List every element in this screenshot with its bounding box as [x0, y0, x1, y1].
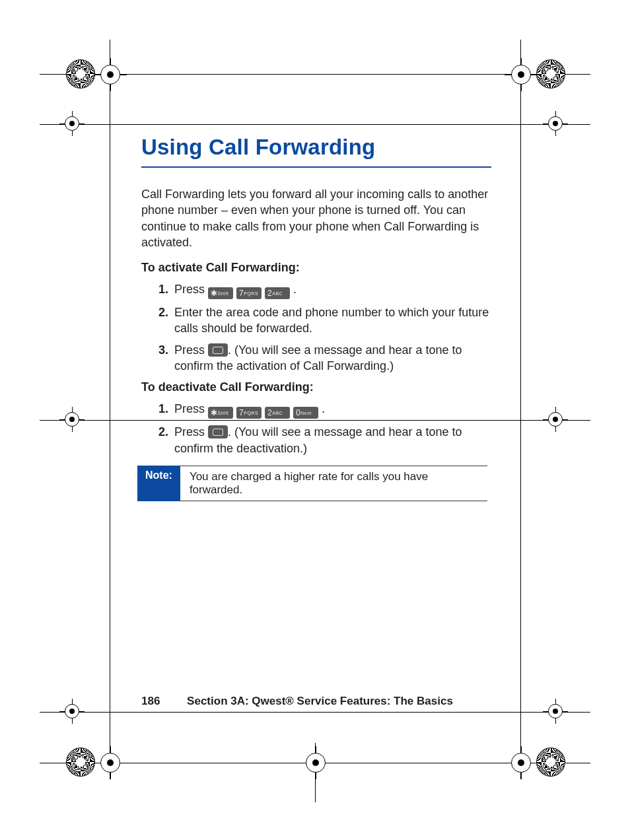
- page-footer: 186 Section 3A: Qwest® Service Features:…: [141, 695, 453, 708]
- activate-step-1: Press ✱Shift 7PQRS 2ABC .: [172, 281, 491, 299]
- section-label: Section 3A: Qwest® Service Features: The…: [187, 695, 453, 707]
- title-rule: [141, 166, 491, 168]
- step-text: Press: [174, 343, 208, 357]
- activate-steps: Press ✱Shift 7PQRS 2ABC . Enter the area…: [141, 281, 491, 374]
- activate-heading: To activate Call Forwarding:: [141, 261, 491, 275]
- activate-step-2: Enter the area code and phone number to …: [172, 304, 491, 337]
- crop-line: [110, 40, 110, 779]
- crop-line: [40, 712, 590, 713]
- page-number: 186: [141, 695, 160, 707]
- step-text: Press: [174, 402, 208, 415]
- key-talk-icon: [208, 343, 228, 357]
- step-text: .: [322, 402, 325, 415]
- crop-line: [520, 40, 521, 779]
- registration-mark-icon: [548, 412, 563, 427]
- deactivate-step-1: Press ✱Shift 7PQRS 2ABC 0Next .: [172, 401, 491, 419]
- registration-mark-icon: [511, 65, 531, 85]
- step-text: Press: [174, 283, 208, 296]
- deactivate-heading: To deactivate Call Forwarding:: [141, 380, 491, 394]
- registration-mark-icon: [65, 412, 79, 427]
- registration-ornament-icon: [66, 59, 95, 88]
- key-2-icon: 2ABC: [265, 407, 290, 419]
- registration-mark-icon: [65, 704, 79, 718]
- registration-mark-icon: [100, 753, 120, 773]
- registration-mark-icon: [306, 753, 326, 773]
- key-7-icon: 7PQRS: [236, 407, 262, 419]
- key-0-icon: 0Next: [293, 407, 318, 419]
- step-text: .: [293, 283, 297, 296]
- deactivate-step-2: Press . (You will see a message and hear…: [172, 424, 491, 456]
- registration-mark-icon: [100, 65, 120, 85]
- page-title: Using Call Forwarding: [141, 135, 491, 160]
- note-text: You are charged a higher rate for calls …: [180, 466, 487, 501]
- registration-ornament-icon: [536, 748, 565, 777]
- key-7-icon: 7PQRS: [236, 287, 262, 299]
- step-text: Press: [174, 425, 208, 438]
- key-star-icon: ✱Shift: [208, 287, 233, 299]
- registration-mark-icon: [548, 116, 563, 131]
- registration-ornament-icon: [536, 59, 565, 88]
- registration-mark-icon: [548, 704, 563, 718]
- registration-mark-icon: [65, 116, 79, 131]
- key-star-icon: ✱Shift: [208, 407, 233, 419]
- registration-mark-icon: [511, 753, 531, 773]
- registration-ornament-icon: [66, 748, 95, 777]
- activate-step-3: Press . (You will see a message and hear…: [172, 342, 491, 374]
- intro-paragraph: Call Forwarding lets you forward all you…: [141, 186, 491, 250]
- key-2-icon: 2ABC: [265, 287, 290, 299]
- crop-line: [40, 124, 590, 125]
- note-box: Note: You are charged a higher rate for …: [137, 466, 487, 501]
- page-content: Using Call Forwarding Call Forwarding le…: [141, 135, 491, 501]
- deactivate-steps: Press ✱Shift 7PQRS 2ABC 0Next . Press . …: [141, 401, 491, 456]
- note-label: Note:: [137, 466, 180, 501]
- key-talk-icon: [208, 425, 228, 438]
